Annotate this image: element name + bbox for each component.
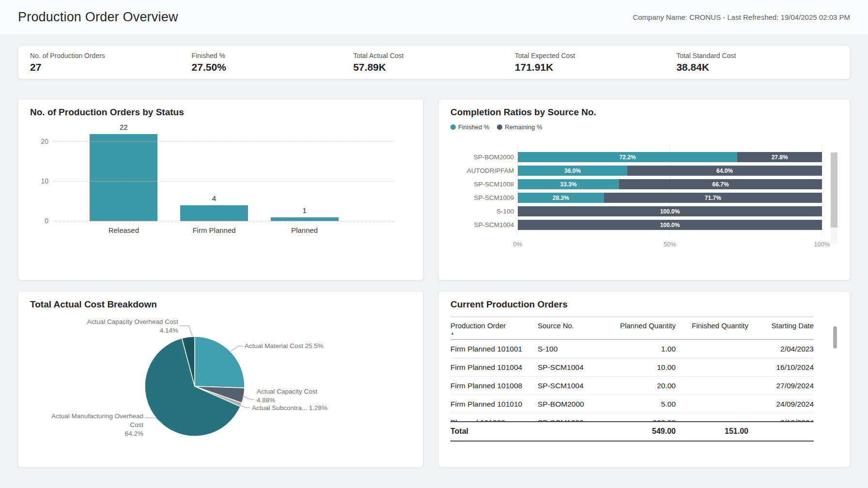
stacked-bar-chart: SP-BOM200072.2%27.8%AUTODRIPFAM36.0%64.0…: [450, 144, 838, 248]
kpi-label: Total Actual Cost: [353, 52, 515, 60]
pie-callout-label: Actual Subcontra... 1.28%: [252, 404, 344, 412]
column-header-starting-date[interactable]: Starting Date: [748, 321, 814, 336]
category-label: AUTODRIPFAM: [450, 167, 518, 174]
table-cell: Firm Planned 101008: [450, 381, 538, 390]
table-scrollbar[interactable]: [833, 326, 837, 349]
table-cell: Firm Planned 101010: [450, 400, 538, 409]
x-axis-category: Firm Planned: [169, 226, 260, 234]
total-planned-quantity: 549.00: [610, 427, 676, 436]
table-total-row: Total 549.00 151.00: [450, 421, 814, 442]
kpi-value: 27.50%: [192, 61, 354, 73]
bar-released[interactable]: [90, 134, 157, 221]
status-bar-chart-panel: No. of Production Orders by Status 2241 …: [18, 99, 423, 280]
table-row[interactable]: Firm Planned 101010SP-BOM20005.0024/09/2…: [450, 395, 814, 413]
stacked-bar-row: SP-SCM100928.3%71.7%: [450, 193, 822, 203]
category-label: SP-SCM1008: [450, 181, 518, 188]
segment-finished[interactable]: 28.3%: [518, 193, 604, 203]
bar-firm-planned[interactable]: [180, 205, 248, 221]
bar-track: 36.0%64.0%: [518, 166, 822, 176]
production-orders-table-panel: Current Production Orders Production Ord…: [438, 291, 850, 468]
table-cell: 2/12/2024: [748, 413, 814, 421]
bar-track: 100.0%: [518, 220, 822, 230]
callout-line: 64.2%: [40, 429, 143, 438]
chart-title: No. of Production Orders by Status: [30, 107, 411, 118]
kpi-total-actual-cost: Total Actual Cost 57.89K: [353, 52, 515, 73]
segment-finished[interactable]: 72.2%: [518, 152, 737, 162]
total-label: Total: [450, 427, 538, 436]
pie-callout-label: Actual Capacity Overhead Cost4.14%: [64, 318, 178, 335]
kpi-label: No. of Production Orders: [30, 52, 192, 60]
category-label: S-100: [450, 208, 518, 215]
callout-line: Actual Capacity Overhead Cost: [64, 318, 178, 326]
kpi-finished-pct: Finished % 27.50%: [192, 52, 354, 73]
bar-track: 100.0%: [518, 206, 822, 216]
legend-item-remaining[interactable]: Remaining %: [497, 123, 542, 131]
table-cell: 24/09/2024: [748, 400, 814, 409]
column-header-label: Finished Quantity: [692, 321, 748, 330]
report-page: No. of Production Orders 27 Finished % 2…: [0, 46, 868, 468]
kpi-production-orders: No. of Production Orders 27: [30, 52, 192, 73]
table-cell: S-100: [538, 345, 610, 353]
pie-chart: [143, 335, 246, 438]
bar-track: 33.3%66.7%: [518, 179, 822, 189]
y-gridline: 20: [53, 141, 395, 142]
kpi-label: Total Expected Cost: [515, 52, 677, 60]
pie-callout-label: Actual Material Cost 25.5%: [245, 342, 346, 351]
x-axis-tick: 0%: [513, 241, 523, 248]
y-axis-tick: 20: [32, 137, 48, 145]
callout-line: 4.14%: [64, 326, 178, 335]
table-cell: SP-SCM1004: [538, 363, 610, 372]
column-header-finished-quantity[interactable]: Finished Quantity: [676, 321, 748, 336]
segment-remaining[interactable]: 71.7%: [604, 193, 822, 203]
table-row[interactable]: Firm Planned 101008SP-SCM100420.0027/09/…: [450, 377, 814, 395]
table-cell: Firm Planned 101001: [450, 345, 538, 353]
x-axis-category: Planned: [259, 226, 350, 234]
page-title: Production Order Overview: [18, 10, 178, 25]
stacked-bar-row: S-100100.0%: [450, 206, 822, 216]
segment-remaining[interactable]: 27.8%: [737, 152, 822, 162]
segment-remaining[interactable]: 64.0%: [627, 166, 822, 176]
bar-slot: 22: [78, 124, 169, 221]
refresh-meta: Company Name: CRONUS - Last Refreshed: 1…: [633, 13, 850, 21]
table-cell: SP-SCM1009: [538, 413, 610, 421]
column-header-source-no-[interactable]: Source No.: [538, 321, 610, 336]
kpi-label: Total Standard Cost: [676, 52, 838, 60]
kpi-value: 38.84K: [676, 61, 838, 73]
column-header-planned-quantity[interactable]: Planned Quantity: [610, 321, 676, 336]
kpi-value: 27: [30, 61, 192, 73]
segment-finished[interactable]: 33.3%: [518, 179, 619, 189]
segment-remaining[interactable]: 66.7%: [619, 179, 822, 189]
bar-slot: 4: [169, 124, 260, 221]
column-header-label: Production Order: [450, 321, 506, 330]
table-row[interactable]: Planned 101006SP-SCM1009200.002/12/2024: [450, 413, 814, 421]
legend-item-finished[interactable]: Finished %: [450, 123, 489, 131]
pie-callout-label: Actual Manufacturing Overhead Cost64.2%: [40, 412, 143, 439]
pie-callout-label: Actual Capacity Cost4.88%: [257, 387, 339, 405]
table-row[interactable]: Firm Planned 101004SP-SCM100410.0016/10/…: [450, 358, 814, 377]
legend-label: Finished %: [458, 123, 489, 131]
y-axis-tick: 0: [32, 217, 48, 225]
completion-chart-scrollbar[interactable]: [831, 152, 837, 244]
kpi-value: 171.91K: [515, 61, 677, 73]
x-axis: 0% 50% 100%: [518, 241, 822, 248]
table-row[interactable]: Firm Planned 101001S-1001.002/04/2023: [450, 340, 814, 358]
legend-label: Remaining %: [505, 123, 542, 131]
column-header-production-order[interactable]: Production Order▲: [450, 321, 538, 336]
segment-finished[interactable]: 36.0%: [518, 166, 627, 176]
table-cell: 27/09/2024: [748, 381, 814, 390]
table-cell: SP-SCM1004: [538, 381, 610, 390]
kpi-total-expected-cost: Total Expected Cost 171.91K: [515, 52, 677, 73]
sort-ascending-icon: ▲: [450, 331, 538, 336]
category-label: SP-BOM2000: [450, 153, 518, 161]
bar-track: 72.2%27.8%: [518, 152, 822, 162]
legend-dot-remaining-icon: [497, 124, 502, 130]
bar-value-label: 4: [212, 194, 216, 202]
segment-remaining[interactable]: 100.0%: [518, 220, 822, 230]
kpi-card: No. of Production Orders 27 Finished % 2…: [18, 46, 850, 79]
pie-slice-actual-material-cost[interactable]: [195, 336, 245, 388]
scrollbar-thumb[interactable]: [831, 152, 837, 228]
table-cell: SP-BOM2000: [538, 400, 610, 409]
segment-remaining[interactable]: 100.0%: [518, 206, 822, 216]
y-gridline: 10: [53, 181, 395, 182]
table-body: Firm Planned 101001S-1001.002/04/2023Fir…: [450, 340, 814, 421]
